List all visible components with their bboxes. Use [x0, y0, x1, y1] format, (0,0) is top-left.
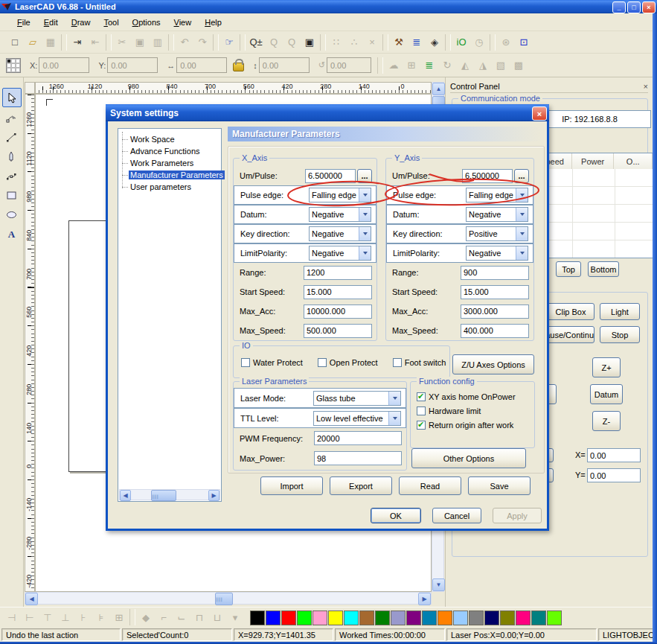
return-origin-checkbox[interactable]: [417, 421, 426, 430]
tree-scroll-left-icon[interactable]: ◀: [120, 490, 131, 501]
table-column-header[interactable]: Power: [572, 153, 615, 169]
cloud-icon[interactable]: ☁: [385, 57, 403, 74]
output-list-icon[interactable]: ≣: [408, 34, 426, 51]
table-column-header[interactable]: O...: [614, 153, 653, 169]
tree-item-work-parameters[interactable]: Work Parameters: [129, 157, 221, 169]
top-button[interactable]: Top: [556, 261, 581, 277]
y-key-direction-combo[interactable]: Positive: [466, 226, 528, 241]
tree-item-advance-functions[interactable]: Advance Functions: [129, 145, 221, 157]
dialog-close-button[interactable]: ×: [532, 106, 547, 121]
open-protect-checkbox[interactable]: [318, 358, 327, 367]
x-max-acc-field[interactable]: 10000.000: [304, 305, 372, 319]
align-bottom-icon[interactable]: ⊥: [57, 609, 74, 627]
ellipse-tool[interactable]: [2, 205, 20, 223]
scroll-left-icon[interactable]: ◀: [25, 593, 38, 605]
stop-button[interactable]: Stop: [600, 326, 640, 343]
same-size-icon[interactable]: ⊞: [110, 609, 128, 627]
x-range-field[interactable]: 1200: [304, 266, 372, 280]
height-field[interactable]: 0.00: [259, 57, 310, 73]
open-folder-icon[interactable]: ▱: [24, 34, 42, 51]
scroll-up-icon[interactable]: ▲: [432, 83, 445, 95]
dialog-title-bar[interactable]: System settings ×: [106, 104, 549, 121]
zoom-out-icon[interactable]: Q: [283, 34, 301, 51]
x-max-speed-field[interactable]: 500.000: [304, 324, 372, 338]
curve-tool[interactable]: [2, 167, 20, 185]
io-test-icon[interactable]: iO: [452, 34, 470, 51]
y-start-speed-field[interactable]: 15.000: [461, 285, 529, 299]
cancel-button[interactable]: Cancel: [432, 508, 481, 523]
color-swatch[interactable]: [547, 610, 562, 625]
pattern-icon[interactable]: ▩: [510, 57, 528, 74]
color-swatch[interactable]: [344, 610, 359, 625]
menu-item[interactable]: Help: [198, 16, 228, 29]
pause-continue-button[interactable]: Pause/Continue: [544, 326, 594, 343]
text-tool[interactable]: A: [2, 225, 20, 243]
center-horizontal-icon[interactable]: ⊦: [74, 609, 92, 627]
anchor-grid-icon[interactable]: [6, 58, 21, 73]
rectangle-tool[interactable]: [2, 186, 20, 204]
zu-axes-options-button[interactable]: Z/U Axes Options: [452, 354, 534, 374]
x-um-pulse-field[interactable]: 6.500000: [305, 169, 356, 183]
color-swatch[interactable]: [281, 610, 296, 625]
align-corner-tl-icon[interactable]: ⌐: [155, 609, 173, 627]
chevron-down-icon[interactable]: [516, 246, 528, 260]
minimize-button[interactable]: _: [612, 1, 626, 13]
x-coordinate-field[interactable]: 0.00: [587, 448, 641, 462]
color-swatch[interactable]: [469, 610, 484, 625]
export-button[interactable]: Export: [330, 476, 392, 495]
menu-item[interactable]: Draw: [65, 16, 97, 29]
paste-icon[interactable]: ▥: [149, 34, 167, 51]
color-swatch[interactable]: [391, 610, 406, 625]
import-button[interactable]: Import: [260, 476, 323, 495]
hardware-limit-checkbox[interactable]: [417, 407, 426, 415]
menu-item[interactable]: View: [167, 16, 199, 29]
machine-tool-icon[interactable]: ⚒: [390, 34, 408, 51]
chevron-down-icon[interactable]: [516, 227, 528, 240]
pwm-frequency-field[interactable]: 20000: [314, 431, 402, 445]
redo-icon[interactable]: ↷: [193, 34, 211, 51]
line-tool[interactable]: [2, 128, 20, 146]
menu-item[interactable]: Options: [126, 16, 167, 29]
more-colors-icon[interactable]: ▾: [226, 609, 244, 627]
laser-mode-combo[interactable]: Glass tube: [313, 391, 401, 406]
save-button[interactable]: Save: [468, 476, 531, 495]
tree-scroll-right-icon[interactable]: ▶: [208, 490, 219, 501]
chevron-down-icon[interactable]: [359, 188, 371, 202]
new-icon[interactable]: □: [6, 34, 24, 51]
export-icon[interactable]: ⇤: [86, 34, 104, 51]
title-bar[interactable]: LaserCAD V6.88 - Untitled _ □ ×: [0, 0, 657, 13]
x-key-direction-combo[interactable]: Negative: [309, 226, 371, 241]
lock-aspect-icon[interactable]: [233, 63, 244, 71]
color-swatch[interactable]: [359, 610, 374, 625]
max-power-field[interactable]: 98: [314, 451, 402, 465]
color-swatch[interactable]: [313, 610, 327, 625]
color-swatch[interactable]: [297, 610, 312, 625]
y-limit-polarity-combo[interactable]: Negative: [466, 246, 528, 261]
color-swatch[interactable]: [531, 610, 546, 625]
maximize-button[interactable]: □: [627, 1, 641, 13]
tree-scroll-thumb[interactable]: ∥∥∥: [151, 490, 176, 501]
node-edit-tool[interactable]: [2, 109, 20, 127]
chevron-down-icon[interactable]: [359, 208, 371, 221]
align-corner-bl-icon[interactable]: ⊓: [190, 609, 208, 627]
color-swatch[interactable]: [406, 610, 421, 625]
rotate-field[interactable]: 0.00: [327, 57, 371, 73]
scale-icon[interactable]: ▧: [492, 57, 510, 74]
menu-item[interactable]: Tool: [97, 16, 125, 29]
color-swatch[interactable]: [438, 610, 452, 625]
x-start-speed-field[interactable]: 15.000: [304, 285, 372, 299]
y-max-speed-field[interactable]: 400.000: [461, 324, 529, 338]
cut-icon[interactable]: ✂: [113, 34, 131, 51]
align-top-icon[interactable]: ⊤: [39, 609, 57, 627]
menu-item[interactable]: File: [10, 16, 37, 29]
align-right-icon[interactable]: ⊢: [21, 609, 39, 627]
other-options-button[interactable]: Other Options: [411, 448, 526, 468]
color-swatch[interactable]: [250, 610, 265, 625]
y-datum-combo[interactable]: Negative: [466, 207, 528, 222]
color-swatch[interactable]: [500, 610, 515, 625]
control-panel-close-icon[interactable]: ×: [644, 82, 648, 91]
move-center-icon[interactable]: ◆: [137, 609, 155, 627]
pen-tool[interactable]: [2, 147, 20, 165]
chevron-down-icon[interactable]: [516, 188, 528, 202]
foot-switch-checkbox[interactable]: [393, 358, 402, 367]
